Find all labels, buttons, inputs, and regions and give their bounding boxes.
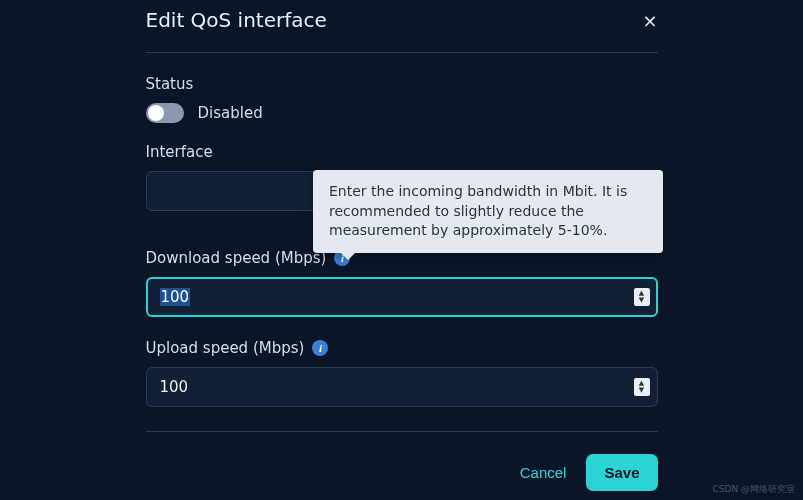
cancel-button[interactable]: Cancel (520, 464, 567, 481)
status-label: Status (146, 75, 658, 93)
upload-field: Upload speed (Mbps) i 100 ▲▼ (146, 339, 658, 407)
info-icon[interactable]: i (312, 340, 328, 356)
upload-label: Upload speed (Mbps) i (146, 339, 658, 357)
status-field: Status Disabled (146, 75, 658, 123)
upload-label-text: Upload speed (Mbps) (146, 339, 305, 357)
download-field: Download speed (Mbps) i 100 ▲▼ (146, 249, 658, 317)
dialog-title: Edit QoS interface (146, 8, 327, 32)
download-input-wrap: 100 ▲▼ (146, 277, 658, 317)
download-input[interactable] (146, 277, 658, 317)
watermark: CSDN @网络研究室 (712, 483, 795, 496)
toggle-knob (148, 105, 164, 121)
download-tooltip: Enter the incoming bandwidth in Mbit. It… (313, 170, 663, 253)
upload-input-wrap: 100 ▲▼ (146, 367, 658, 407)
dialog-footer: Cancel Save (146, 431, 658, 491)
status-toggle-row: Disabled (146, 103, 658, 123)
status-toggle[interactable] (146, 103, 184, 123)
close-icon[interactable]: × (642, 10, 657, 31)
download-label-text: Download speed (Mbps) (146, 249, 327, 267)
interface-label: Interface (146, 143, 658, 161)
dialog-header: Edit QoS interface × (146, 8, 658, 53)
save-button[interactable]: Save (586, 454, 657, 491)
status-value: Disabled (198, 104, 263, 122)
upload-input[interactable] (146, 367, 658, 407)
